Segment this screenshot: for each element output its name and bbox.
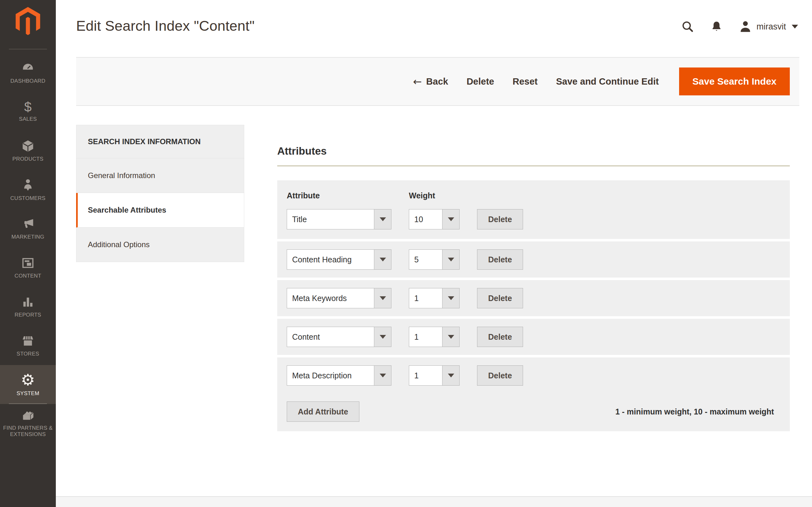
weight-select[interactable]: 10 (409, 209, 460, 229)
marketing-megaphone-icon (20, 217, 35, 231)
attribute-select-value: Content Heading (287, 250, 374, 269)
sidebar-item-marketing[interactable]: MARKETING (0, 209, 56, 248)
attribute-select[interactable]: Meta Description (287, 365, 392, 386)
sidebar-item-reports[interactable]: REPORTS (0, 287, 56, 326)
searchable-attributes-form: Attributes Attribute Weight Title 10 (277, 125, 790, 431)
weight-select-value: 1 (409, 327, 442, 347)
system-gear-icon: ⚙ (21, 372, 35, 388)
header-actions: mirasvit (681, 20, 798, 34)
tab-additional-options[interactable]: Additional Options (76, 228, 244, 262)
delete-row-button[interactable]: Delete (477, 209, 523, 229)
search-icon[interactable] (681, 20, 694, 33)
weight-select-value: 10 (409, 210, 442, 229)
tabs-panel-title: SEARCH INDEX INFORMATION (76, 125, 244, 158)
chevron-down-icon (374, 288, 391, 308)
attribute-select-value: Content (287, 327, 374, 347)
sidebar-item-label: MARKETING (9, 234, 46, 240)
user-avatar-icon (739, 20, 752, 33)
add-attribute-button[interactable]: Add Attribute (287, 401, 359, 422)
attribute-select[interactable]: Meta Keywords (287, 288, 392, 308)
chevron-down-icon (442, 288, 459, 308)
chevron-down-icon (442, 366, 459, 385)
chevron-down-icon (374, 327, 391, 347)
sidebar-item-label: CUSTOMERS (8, 195, 47, 202)
save-and-continue-button[interactable]: Save and Continue Edit (556, 76, 659, 87)
attribute-row-stripe: Content Heading 5 Delete (277, 241, 790, 278)
weight-select[interactable]: 1 (409, 288, 460, 308)
chevron-down-icon (374, 250, 391, 269)
page-actions-toolbar: ← Back Delete Reset Save and Continue Ed… (76, 57, 799, 106)
magento-logo[interactable] (0, 0, 56, 36)
sidebar-item-products[interactable]: PRODUCTS (0, 131, 56, 170)
sidebar-item-stores[interactable]: STORES (0, 326, 56, 365)
attribute-select-value: Meta Description (287, 366, 374, 385)
sidebar-item-label: PRODUCTS (10, 156, 45, 162)
column-labels-row: Attribute Weight (287, 191, 780, 200)
sidebar-item-customers[interactable]: CUSTOMERS (0, 170, 56, 209)
attribute-select-value: Title (287, 210, 374, 229)
reset-button[interactable]: Reset (513, 76, 538, 87)
extensions-brick-icon (20, 409, 35, 422)
chevron-down-icon (442, 327, 459, 347)
chevron-down-icon (374, 210, 391, 229)
attributes-table-header-stripe: Attribute Weight Title 10 Delete (277, 180, 790, 239)
delete-row-button[interactable]: Delete (477, 288, 523, 308)
attribute-row: Content Heading 5 Delete (287, 249, 780, 270)
products-box-icon (21, 139, 35, 153)
sidebar-item-label: FIND PARTNERS & EXTENSIONS (0, 425, 56, 438)
section-title: Attributes (277, 145, 790, 157)
customers-person-icon (21, 178, 35, 192)
weight-select-value: 5 (409, 250, 442, 269)
back-button[interactable]: ← Back (413, 76, 448, 87)
delete-row-button[interactable]: Delete (477, 327, 523, 347)
column-header-weight: Weight (409, 191, 460, 200)
notifications-bell-icon[interactable] (710, 20, 723, 34)
delete-row-button[interactable]: Delete (477, 249, 523, 270)
content-area: SEARCH INDEX INFORMATION General Informa… (56, 106, 812, 431)
attribute-select-value: Meta Keywords (287, 288, 374, 308)
back-label: Back (426, 76, 448, 87)
sidebar-item-find-partners[interactable]: FIND PARTNERS & EXTENSIONS (0, 404, 56, 443)
attribute-select[interactable]: Title (287, 209, 392, 229)
attribute-select[interactable]: Content Heading (287, 249, 392, 270)
footer-bar (56, 496, 812, 507)
sidebar-item-label: DASHBOARD (9, 78, 47, 84)
tab-general-information[interactable]: General Information (76, 158, 244, 193)
weight-select-value: 1 (409, 366, 442, 385)
account-menu[interactable]: mirasvit (739, 20, 798, 33)
tab-searchable-attributes[interactable]: Searchable Attributes (76, 193, 244, 228)
weight-select[interactable]: 1 (409, 365, 460, 386)
attribute-row: Meta Description 1 Delete (287, 365, 780, 386)
attribute-row-stripe: Content 1 Delete (277, 319, 790, 355)
sidebar-item-system[interactable]: ⚙ SYSTEM (0, 365, 56, 404)
attribute-row: Content 1 Delete (287, 327, 780, 347)
sales-dollar-icon: $ (24, 101, 32, 113)
back-arrow-icon: ← (413, 76, 422, 87)
delete-row-button[interactable]: Delete (477, 365, 523, 386)
section-divider (277, 165, 790, 166)
weight-range-note: 1 - minimum weight, 10 - maximum weight (615, 407, 780, 416)
sidebar-item-label: SYSTEM (14, 390, 41, 397)
dashboard-gauge-icon (20, 61, 35, 75)
sidebar-item-dashboard[interactable]: DASHBOARD (0, 53, 56, 92)
sidebar-item-sales[interactable]: $ SALES (0, 92, 56, 131)
main-area: Edit Search Index "Content" mira (56, 0, 812, 431)
admin-sidebar: DASHBOARD $ SALES PRODUCTS CUSTOMERS (0, 0, 56, 507)
weight-select-value: 1 (409, 288, 442, 308)
content-layout-icon (21, 256, 35, 270)
sidebar-item-label: CONTENT (13, 273, 43, 279)
delete-index-button[interactable]: Delete (467, 76, 494, 87)
sidebar-divider (9, 49, 47, 49)
sidebar-item-content[interactable]: CONTENT (0, 248, 56, 287)
magento-logo-icon (15, 7, 40, 36)
attribute-select[interactable]: Content (287, 327, 392, 347)
chevron-down-icon (374, 366, 391, 385)
column-header-attribute: Attribute (287, 191, 392, 200)
weight-select[interactable]: 5 (409, 249, 460, 270)
sidebar-item-label: SALES (17, 116, 39, 122)
weight-select[interactable]: 1 (409, 327, 460, 347)
chevron-down-icon (442, 210, 459, 229)
attribute-row-stripe: Meta Description 1 Delete Add Attribute … (277, 357, 790, 431)
attributes-footer-row: Add Attribute 1 - minimum weight, 10 - m… (287, 401, 780, 422)
save-search-index-button[interactable]: Save Search Index (679, 67, 790, 95)
